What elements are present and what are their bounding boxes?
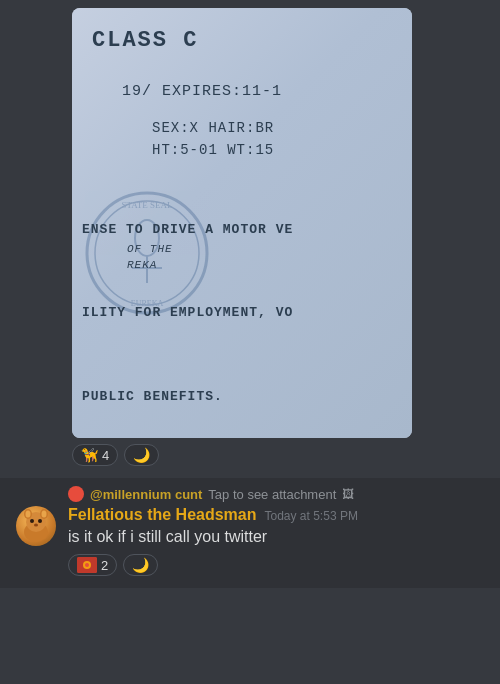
id-class-text: CLASS C — [92, 28, 392, 53]
id-sex-hair-text: SEX:X HAIR:BR — [92, 120, 392, 136]
id-bottom-text: ENSE TO DRIVE A MOTOR VE ILITY FOR EMPLO… — [82, 158, 402, 408]
reactions-row-1: 🦮 4 🌙 — [72, 444, 484, 466]
reply-text: Tap to see attachment — [208, 487, 336, 502]
avatar-image — [16, 506, 56, 546]
message-block-2: @millennium cunt Tap to see attachment 🖼 — [0, 478, 500, 588]
image-attachment[interactable]: CLASS C 19/ EXPIRES:11-1 SEX:X HAIR:BR H… — [72, 8, 412, 438]
reaction-dog[interactable]: 🦮 4 — [72, 444, 118, 466]
username-fellatious: Fellatious the Headsman — [68, 506, 257, 524]
reaction-moon2[interactable]: 🌙 — [123, 554, 158, 576]
message-content-2: Fellatious the Headsman Today at 5:53 PM… — [68, 506, 484, 580]
reply-line: @millennium cunt Tap to see attachment 🖼 — [68, 486, 484, 502]
image-icon: 🖼 — [342, 487, 354, 501]
reaction-custom-count: 2 — [101, 558, 108, 573]
reactions-row-2: 2 🌙 — [68, 554, 484, 576]
svg-point-15 — [42, 511, 47, 518]
svg-point-9 — [30, 519, 34, 523]
message-text-2: is it ok if i still call you twitter — [68, 526, 484, 548]
reaction-custom[interactable]: 2 — [68, 554, 117, 576]
moon-emoji: 🌙 — [133, 447, 150, 463]
svg-point-10 — [38, 519, 42, 523]
avatar-fellatious — [16, 506, 56, 546]
svg-point-11 — [34, 524, 38, 527]
message-header: Fellatious the Headsman Today at 5:53 PM — [68, 506, 484, 524]
message-block-1: CLASS C 19/ EXPIRES:11-1 SEX:X HAIR:BR H… — [0, 0, 500, 478]
svg-point-18 — [85, 563, 89, 567]
custom-emoji-img — [77, 557, 97, 573]
dog-emoji: 🦮 — [81, 447, 98, 463]
chat-container: CLASS C 19/ EXPIRES:11-1 SEX:X HAIR:BR H… — [0, 0, 500, 684]
message-timestamp: Today at 5:53 PM — [265, 509, 358, 523]
id-card-image: CLASS C 19/ EXPIRES:11-1 SEX:X HAIR:BR H… — [72, 8, 412, 438]
id-expires-text: 19/ EXPIRES:11-1 — [92, 83, 392, 100]
reply-avatar — [68, 486, 84, 502]
moon-emoji-2: 🌙 — [132, 557, 149, 573]
message-row-2: Fellatious the Headsman Today at 5:53 PM… — [16, 506, 484, 580]
reaction-moon[interactable]: 🌙 — [124, 444, 159, 466]
reply-username: @millennium cunt — [90, 487, 202, 502]
id-ht-wt-text: HT:5-01 WT:15 — [92, 142, 392, 158]
svg-point-14 — [26, 511, 31, 518]
reaction-dog-count: 4 — [102, 448, 109, 463]
